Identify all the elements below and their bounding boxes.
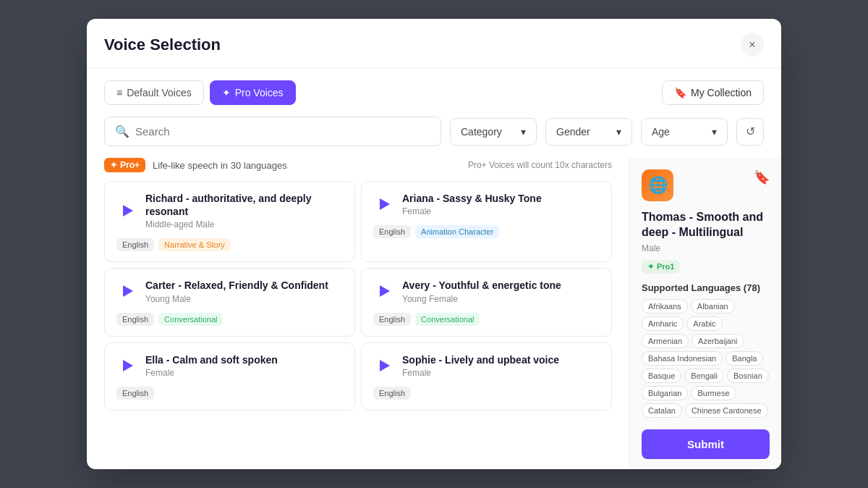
supported-languages-title: Supported Languages (78): [642, 282, 770, 293]
language-tag: English: [116, 238, 154, 251]
voice-card[interactable]: Ariana - Sassy & Husky Tone Female Engli…: [361, 181, 612, 262]
modal-overlay: Voice Selection × ≡ Default Voices ✦ Pro…: [0, 0, 868, 488]
voice-info: Ella - Calm and soft spoken Female: [145, 353, 343, 378]
voice-card[interactable]: Sophie - Lively and upbeat voice Female …: [361, 342, 612, 411]
chevron-down-icon-2: ▾: [616, 126, 621, 138]
voice-sub: Young Female: [402, 294, 600, 304]
pro-banner-text: Life-like speech in 30 languages: [153, 160, 287, 171]
language-tag: English: [373, 387, 411, 400]
voice-info: Richard - authoritative, and deeply reso…: [145, 192, 343, 230]
my-collection-button[interactable]: 🔖 My Collection: [662, 80, 764, 105]
voice-tags: English Conversational: [116, 313, 343, 326]
play-icon: [380, 198, 390, 210]
play-button[interactable]: [116, 355, 138, 376]
voice-tags: English: [373, 387, 600, 400]
play-button[interactable]: [373, 355, 395, 376]
language-tag-item: Bosnian: [727, 369, 769, 383]
pro-note: Pro+ Voices will count 10x characters: [468, 160, 612, 170]
voice-info: Sophie - Lively and upbeat voice Female: [402, 353, 600, 378]
voice-card[interactable]: Carter - Relaxed, Friendly & Confident Y…: [104, 268, 355, 336]
save-to-collection-icon[interactable]: 🔖: [754, 169, 770, 185]
tab-default-label: Default Voices: [127, 87, 192, 98]
language-tag: English: [116, 313, 154, 326]
submit-button[interactable]: Submit: [642, 429, 770, 459]
chevron-down-icon-3: ▾: [712, 126, 717, 138]
star-icon: ✦: [222, 87, 231, 98]
reset-button[interactable]: ↺: [736, 118, 764, 146]
language-tag-item: Arabic: [686, 316, 722, 331]
language-tag-item: Burmese: [691, 386, 736, 400]
language-tag-item: Bangla: [726, 351, 763, 366]
language-tag-item: Basque: [642, 369, 681, 383]
language-tag-item: Afrikaans: [642, 299, 688, 314]
voice-tags: English Conversational: [373, 313, 600, 326]
pro1-badge: ✦ Pro1: [642, 260, 680, 274]
voice-card[interactable]: Richard - authoritative, and deeply reso…: [104, 181, 355, 262]
voice-info: Carter - Relaxed, Friendly & Confident Y…: [145, 279, 343, 303]
modal-title: Voice Selection: [104, 35, 221, 54]
language-tag-item: Amharic: [642, 316, 684, 331]
language-tag-item: Azerbaijani: [692, 334, 744, 348]
age-select[interactable]: Age ▾: [641, 118, 728, 146]
language-tag-item: Albanian: [691, 299, 735, 314]
voice-card[interactable]: Ella - Calm and soft spoken Female Engli…: [104, 342, 355, 411]
voice-tags: English Animation Character: [373, 225, 600, 238]
detail-header: 🌐 🔖: [642, 169, 770, 201]
category-tag: Animation Character: [415, 225, 499, 238]
gender-label: Gender: [556, 126, 590, 138]
play-button[interactable]: [116, 280, 138, 302]
voice-selection-modal: Voice Selection × ≡ Default Voices ✦ Pro…: [87, 19, 781, 469]
gender-select[interactable]: Gender ▾: [545, 118, 632, 146]
detail-voice-gender: Male: [642, 243, 770, 253]
detail-panel: 🌐 🔖 Thomas - Smooth and deep - Multiling…: [629, 158, 781, 469]
category-tag: Conversational: [415, 313, 480, 326]
language-tag-item: Catalan: [642, 403, 682, 418]
category-select[interactable]: Category ▾: [450, 118, 537, 146]
leaf-icon: ✦: [647, 262, 654, 272]
pro-plus-badge: ✦ Pro+: [104, 158, 145, 172]
tab-pro-voices[interactable]: ✦ Pro Voices: [210, 80, 296, 105]
voice-sub: Female: [145, 368, 343, 378]
voice-card-header: Ella - Calm and soft spoken Female: [116, 353, 343, 378]
voice-name: Ariana - Sassy & Husky Tone: [402, 192, 600, 205]
tab-default-voices[interactable]: ≡ Default Voices: [104, 80, 204, 105]
voice-card-header: Avery - Youthful & energetic tone Young …: [373, 279, 600, 303]
search-input[interactable]: [135, 125, 430, 138]
voice-card-header: Carter - Relaxed, Friendly & Confident Y…: [116, 279, 343, 303]
voice-globe-icon: 🌐: [642, 169, 673, 201]
category-tag: Narrative & Story: [158, 238, 231, 251]
play-icon: [380, 360, 390, 371]
voice-card[interactable]: Avery - Youthful & energetic tone Young …: [361, 268, 612, 336]
play-icon: [123, 285, 133, 297]
language-tag-item: Bahasa Indonesian: [642, 351, 723, 366]
language-tag: English: [373, 225, 411, 238]
voice-info: Avery - Youthful & energetic tone Young …: [402, 279, 600, 303]
play-button[interactable]: [373, 193, 395, 215]
refresh-icon: ↺: [746, 125, 755, 138]
tabs-container: ≡ Default Voices ✦ Pro Voices: [104, 80, 296, 105]
voice-sub: Female: [402, 206, 600, 216]
language-tag-item: Chinese Cantonese: [685, 403, 768, 418]
play-icon: [123, 360, 133, 371]
play-icon: [380, 285, 390, 297]
voice-card-header: Ariana - Sassy & Husky Tone Female: [373, 192, 600, 216]
search-box[interactable]: 🔍: [104, 117, 441, 146]
play-button[interactable]: [373, 280, 395, 302]
modal-body: ✦ Pro+ Life-like speech in 30 languages …: [87, 158, 781, 469]
chevron-down-icon: ▾: [521, 126, 526, 138]
voice-sub: Middle-aged Male: [145, 219, 343, 230]
category-tag: Conversational: [158, 313, 223, 326]
play-icon: [123, 205, 133, 216]
voice-name: Sophie - Lively and upbeat voice: [402, 353, 600, 366]
play-button[interactable]: [116, 200, 138, 222]
language-tag-item: Bulgarian: [642, 386, 688, 400]
tab-pro-label: Pro Voices: [235, 87, 284, 98]
close-button[interactable]: ×: [741, 33, 764, 56]
voice-sub: Young Male: [145, 294, 343, 304]
voice-name: Carter - Relaxed, Friendly & Confident: [145, 279, 343, 292]
voice-name: Ella - Calm and soft spoken: [145, 353, 343, 366]
voice-tags: English Narrative & Story: [116, 238, 343, 251]
voice-info: Ariana - Sassy & Husky Tone Female: [402, 192, 600, 216]
language-tag-item: Armenian: [642, 334, 689, 348]
category-label: Category: [461, 126, 502, 138]
